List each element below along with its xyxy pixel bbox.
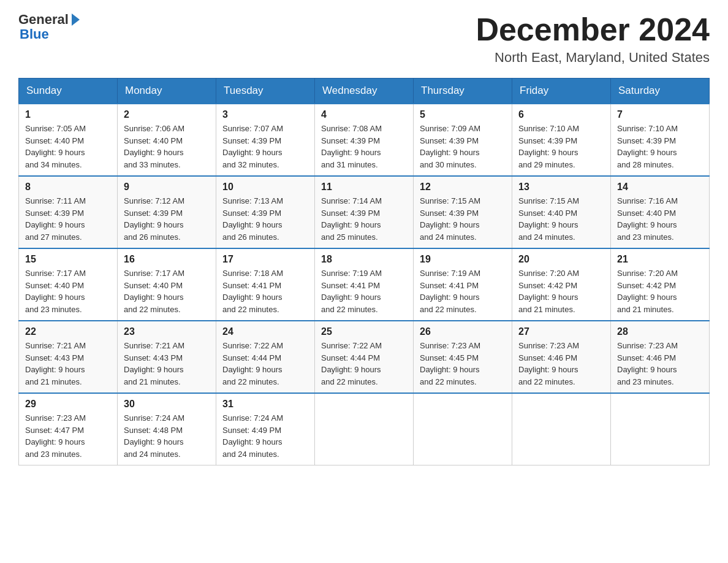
day-info: Sunrise: 7:11 AMSunset: 4:39 PMDaylight:…	[25, 196, 86, 242]
calendar-cell: 12 Sunrise: 7:15 AMSunset: 4:39 PMDaylig…	[414, 176, 512, 248]
weekday-header-wednesday: Wednesday	[315, 79, 414, 104]
calendar-cell: 3 Sunrise: 7:07 AMSunset: 4:39 PMDayligh…	[216, 104, 315, 176]
day-number: 9	[124, 182, 210, 193]
calendar-cell: 15 Sunrise: 7:17 AMSunset: 4:40 PMDaylig…	[19, 248, 118, 321]
day-number: 11	[321, 182, 407, 193]
calendar-cell: 28 Sunrise: 7:23 AMSunset: 4:46 PMDaylig…	[611, 321, 710, 393]
calendar-cell: 1 Sunrise: 7:05 AMSunset: 4:40 PMDayligh…	[19, 104, 118, 176]
day-number: 18	[321, 254, 407, 265]
calendar-cell: 10 Sunrise: 7:13 AMSunset: 4:39 PMDaylig…	[216, 176, 315, 248]
calendar-cell: 11 Sunrise: 7:14 AMSunset: 4:39 PMDaylig…	[315, 176, 414, 248]
title-section: December 2024 North East, Maryland, Unit…	[476, 12, 710, 66]
week-row-1: 1 Sunrise: 7:05 AMSunset: 4:40 PMDayligh…	[19, 104, 710, 176]
day-info: Sunrise: 7:13 AMSunset: 4:39 PMDaylight:…	[222, 196, 283, 242]
week-row-2: 8 Sunrise: 7:11 AMSunset: 4:39 PMDayligh…	[19, 176, 710, 248]
day-number: 2	[124, 109, 210, 120]
day-number: 7	[617, 109, 703, 120]
calendar-cell: 17 Sunrise: 7:18 AMSunset: 4:41 PMDaylig…	[216, 248, 315, 321]
day-number: 6	[518, 109, 604, 120]
day-info: Sunrise: 7:23 AMSunset: 4:46 PMDaylight:…	[617, 341, 678, 386]
month-title: December 2024	[476, 12, 710, 47]
day-info: Sunrise: 7:21 AMSunset: 4:43 PMDaylight:…	[124, 341, 184, 386]
day-info: Sunrise: 7:15 AMSunset: 4:40 PMDaylight:…	[518, 196, 579, 242]
week-row-4: 22 Sunrise: 7:21 AMSunset: 4:43 PMDaylig…	[19, 321, 710, 393]
day-info: Sunrise: 7:23 AMSunset: 4:45 PMDaylight:…	[420, 341, 480, 386]
day-info: Sunrise: 7:17 AMSunset: 4:40 PMDaylight:…	[124, 269, 184, 314]
day-number: 16	[124, 254, 210, 265]
day-info: Sunrise: 7:15 AMSunset: 4:39 PMDaylight:…	[420, 196, 480, 242]
calendar-cell: 27 Sunrise: 7:23 AMSunset: 4:46 PMDaylig…	[512, 321, 611, 393]
weekday-header-row: SundayMondayTuesdayWednesdayThursdayFrid…	[19, 79, 710, 104]
day-number: 12	[420, 182, 506, 193]
day-info: Sunrise: 7:19 AMSunset: 4:41 PMDaylight:…	[420, 269, 480, 314]
week-row-3: 15 Sunrise: 7:17 AMSunset: 4:40 PMDaylig…	[19, 248, 710, 321]
day-number: 5	[420, 109, 506, 120]
day-number: 1	[25, 109, 111, 120]
day-info: Sunrise: 7:20 AMSunset: 4:42 PMDaylight:…	[617, 269, 678, 314]
day-number: 22	[25, 326, 111, 337]
day-info: Sunrise: 7:24 AMSunset: 4:49 PMDaylight:…	[222, 413, 283, 459]
day-number: 27	[518, 326, 604, 337]
day-number: 29	[25, 399, 111, 410]
logo-general-text: General	[18, 12, 69, 27]
calendar-cell: 13 Sunrise: 7:15 AMSunset: 4:40 PMDaylig…	[512, 176, 611, 248]
calendar-cell: 7 Sunrise: 7:10 AMSunset: 4:39 PMDayligh…	[611, 104, 710, 176]
day-info: Sunrise: 7:08 AMSunset: 4:39 PMDaylight:…	[321, 124, 382, 169]
calendar-cell	[512, 393, 611, 465]
weekday-header-sunday: Sunday	[19, 79, 118, 104]
calendar-cell: 30 Sunrise: 7:24 AMSunset: 4:48 PMDaylig…	[118, 393, 216, 465]
day-info: Sunrise: 7:24 AMSunset: 4:48 PMDaylight:…	[124, 413, 184, 459]
day-number: 21	[617, 254, 703, 265]
calendar-cell	[611, 393, 710, 465]
day-info: Sunrise: 7:06 AMSunset: 4:40 PMDaylight:…	[124, 124, 184, 169]
logo: General Blue	[18, 12, 80, 42]
day-number: 19	[420, 254, 506, 265]
day-number: 4	[321, 109, 407, 120]
calendar-cell: 20 Sunrise: 7:20 AMSunset: 4:42 PMDaylig…	[512, 248, 611, 321]
calendar-cell: 31 Sunrise: 7:24 AMSunset: 4:49 PMDaylig…	[216, 393, 315, 465]
day-number: 8	[25, 182, 111, 193]
day-info: Sunrise: 7:07 AMSunset: 4:39 PMDaylight:…	[222, 124, 283, 169]
day-info: Sunrise: 7:09 AMSunset: 4:39 PMDaylight:…	[420, 124, 480, 169]
calendar-cell: 23 Sunrise: 7:21 AMSunset: 4:43 PMDaylig…	[118, 321, 216, 393]
day-info: Sunrise: 7:23 AMSunset: 4:46 PMDaylight:…	[518, 341, 579, 386]
day-info: Sunrise: 7:12 AMSunset: 4:39 PMDaylight:…	[124, 196, 184, 242]
day-info: Sunrise: 7:19 AMSunset: 4:41 PMDaylight:…	[321, 269, 382, 314]
calendar-cell: 6 Sunrise: 7:10 AMSunset: 4:39 PMDayligh…	[512, 104, 611, 176]
day-number: 30	[124, 399, 210, 410]
calendar-cell: 29 Sunrise: 7:23 AMSunset: 4:47 PMDaylig…	[19, 393, 118, 465]
day-number: 17	[222, 254, 308, 265]
day-info: Sunrise: 7:22 AMSunset: 4:44 PMDaylight:…	[321, 341, 382, 386]
day-info: Sunrise: 7:16 AMSunset: 4:40 PMDaylight:…	[617, 196, 678, 242]
day-info: Sunrise: 7:21 AMSunset: 4:43 PMDaylight:…	[25, 341, 86, 386]
day-number: 25	[321, 326, 407, 337]
day-info: Sunrise: 7:10 AMSunset: 4:39 PMDaylight:…	[617, 124, 678, 169]
location-title: North East, Maryland, United States	[476, 50, 710, 66]
weekday-header-friday: Friday	[512, 79, 611, 104]
calendar-cell: 5 Sunrise: 7:09 AMSunset: 4:39 PMDayligh…	[414, 104, 512, 176]
day-info: Sunrise: 7:10 AMSunset: 4:39 PMDaylight:…	[518, 124, 579, 169]
calendar-cell: 21 Sunrise: 7:20 AMSunset: 4:42 PMDaylig…	[611, 248, 710, 321]
calendar-table: SundayMondayTuesdayWednesdayThursdayFrid…	[18, 78, 710, 465]
day-info: Sunrise: 7:20 AMSunset: 4:42 PMDaylight:…	[518, 269, 579, 314]
day-info: Sunrise: 7:22 AMSunset: 4:44 PMDaylight:…	[222, 341, 283, 386]
day-number: 10	[222, 182, 308, 193]
calendar-cell: 4 Sunrise: 7:08 AMSunset: 4:39 PMDayligh…	[315, 104, 414, 176]
calendar-cell: 16 Sunrise: 7:17 AMSunset: 4:40 PMDaylig…	[118, 248, 216, 321]
calendar-cell	[315, 393, 414, 465]
day-number: 24	[222, 326, 308, 337]
calendar-cell: 26 Sunrise: 7:23 AMSunset: 4:45 PMDaylig…	[414, 321, 512, 393]
calendar-cell: 22 Sunrise: 7:21 AMSunset: 4:43 PMDaylig…	[19, 321, 118, 393]
calendar-cell: 18 Sunrise: 7:19 AMSunset: 4:41 PMDaylig…	[315, 248, 414, 321]
day-number: 15	[25, 254, 111, 265]
day-info: Sunrise: 7:05 AMSunset: 4:40 PMDaylight:…	[25, 124, 86, 169]
day-number: 26	[420, 326, 506, 337]
week-row-5: 29 Sunrise: 7:23 AMSunset: 4:47 PMDaylig…	[19, 393, 710, 465]
day-number: 23	[124, 326, 210, 337]
calendar-cell: 19 Sunrise: 7:19 AMSunset: 4:41 PMDaylig…	[414, 248, 512, 321]
weekday-header-monday: Monday	[118, 79, 216, 104]
day-number: 31	[222, 399, 308, 410]
day-number: 14	[617, 182, 703, 193]
day-info: Sunrise: 7:17 AMSunset: 4:40 PMDaylight:…	[25, 269, 86, 314]
weekday-header-thursday: Thursday	[414, 79, 512, 104]
